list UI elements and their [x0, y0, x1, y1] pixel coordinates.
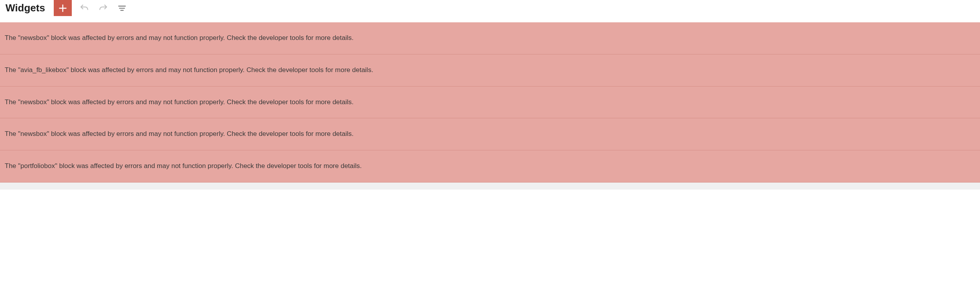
- error-notices: The "newsbox" block was affected by erro…: [0, 22, 980, 190]
- error-notice: The "newsbox" block was affected by erro…: [0, 87, 980, 119]
- error-message: The "newsbox" block was affected by erro…: [5, 34, 353, 42]
- redo-button[interactable]: [95, 0, 112, 16]
- add-block-button[interactable]: [54, 0, 72, 16]
- error-message: The "portfoliobox" block was affected by…: [5, 162, 362, 170]
- plus-icon: [57, 3, 68, 14]
- undo-icon: [79, 3, 89, 13]
- page-title: Widgets: [5, 2, 45, 14]
- error-notice: The "newsbox" block was affected by erro…: [0, 118, 980, 150]
- error-notice: The "avia_fb_likebox" block was affected…: [0, 54, 980, 87]
- toolbar: Widgets: [0, 0, 980, 16]
- list-view-icon: [117, 3, 127, 13]
- error-notice: The "newsbox" block was affected by erro…: [0, 22, 980, 54]
- error-message: The "newsbox" block was affected by erro…: [5, 98, 353, 106]
- error-notice: The "portfoliobox" block was affected by…: [0, 150, 980, 183]
- error-message: The "newsbox" block was affected by erro…: [5, 130, 353, 137]
- undo-button[interactable]: [76, 0, 93, 16]
- list-view-button[interactable]: [113, 0, 131, 16]
- error-message: The "avia_fb_likebox" block was affected…: [5, 66, 373, 74]
- redo-icon: [98, 3, 108, 13]
